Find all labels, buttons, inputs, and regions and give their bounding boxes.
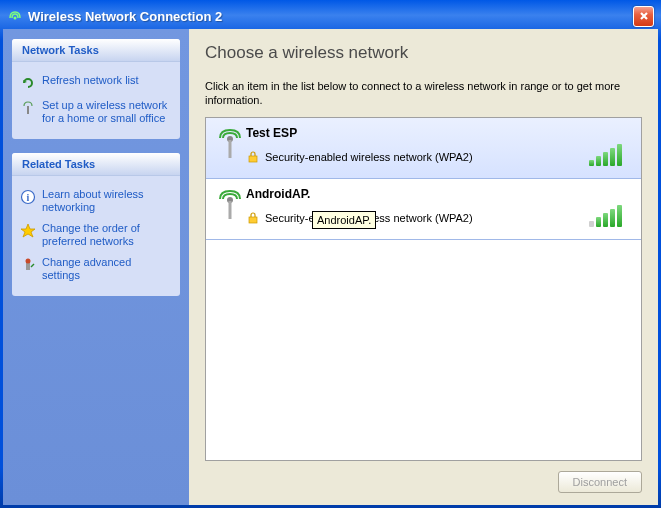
task-advanced-settings[interactable]: Change advanced settings [18, 252, 174, 286]
refresh-icon [20, 75, 36, 91]
antenna-icon [20, 100, 36, 116]
svg-point-5 [26, 259, 31, 264]
button-row: Disconnect [205, 461, 642, 493]
page-title: Choose a wireless network [205, 43, 642, 63]
svg-text:i: i [27, 192, 30, 203]
wireless-icon [7, 8, 23, 24]
network-list[interactable]: Test ESP Security-enabled wireless netwo… [205, 117, 642, 461]
svg-rect-10 [229, 201, 232, 219]
window-title: Wireless Network Connection 2 [28, 9, 633, 24]
info-icon: i [20, 189, 36, 205]
signal-strength-icon [589, 205, 631, 229]
panel-header: Network Tasks [12, 39, 180, 62]
network-item[interactable]: AndroidAP. Security-enabled wireless net… [206, 179, 641, 240]
svg-rect-11 [249, 217, 257, 223]
security-text: Security-enabled wireless network (WPA2) [265, 151, 473, 163]
titlebar[interactable]: Wireless Network Connection 2 [3, 3, 658, 29]
window-frame: Wireless Network Connection 2 Network Ta… [0, 0, 661, 508]
task-setup-wireless-network[interactable]: Set up a wireless network for a home or … [18, 95, 174, 129]
panel-related-tasks: Related Tasks i Learn about wireless net… [12, 153, 180, 296]
svg-rect-1 [27, 106, 29, 114]
task-label: Set up a wireless network for a home or … [42, 99, 172, 125]
sidebar: Network Tasks Refresh network list Set u… [3, 29, 189, 505]
svg-rect-7 [229, 140, 232, 158]
task-label: Change the order of preferred networks [42, 222, 172, 248]
star-icon [20, 223, 36, 239]
page-description: Click an item in the list below to conne… [205, 79, 642, 107]
task-label: Learn about wireless networking [42, 188, 172, 214]
tooltip: AndroidAP. [312, 211, 376, 229]
close-button[interactable] [633, 6, 654, 27]
client-area: Network Tasks Refresh network list Set u… [3, 29, 658, 505]
svg-rect-8 [249, 156, 257, 162]
disconnect-button[interactable]: Disconnect [558, 471, 642, 493]
gear-icon [20, 257, 36, 273]
task-label: Refresh network list [42, 74, 139, 87]
network-item[interactable]: Test ESP Security-enabled wireless netwo… [206, 118, 641, 179]
main-content: Choose a wireless network Click an item … [189, 29, 658, 505]
panel-network-tasks: Network Tasks Refresh network list Set u… [12, 39, 180, 139]
task-learn-wireless[interactable]: i Learn about wireless networking [18, 184, 174, 218]
signal-strength-icon [589, 144, 631, 168]
network-name: Test ESP [246, 126, 589, 140]
lock-icon [246, 211, 260, 225]
task-label: Change advanced settings [42, 256, 172, 282]
task-refresh-network-list[interactable]: Refresh network list [18, 70, 174, 95]
svg-point-0 [14, 17, 17, 20]
task-change-order[interactable]: Change the order of preferred networks [18, 218, 174, 252]
network-name: AndroidAP. [246, 187, 589, 201]
lock-icon [246, 150, 260, 164]
wireless-tower-icon [216, 126, 246, 166]
wireless-tower-icon [216, 187, 246, 227]
panel-header: Related Tasks [12, 153, 180, 176]
